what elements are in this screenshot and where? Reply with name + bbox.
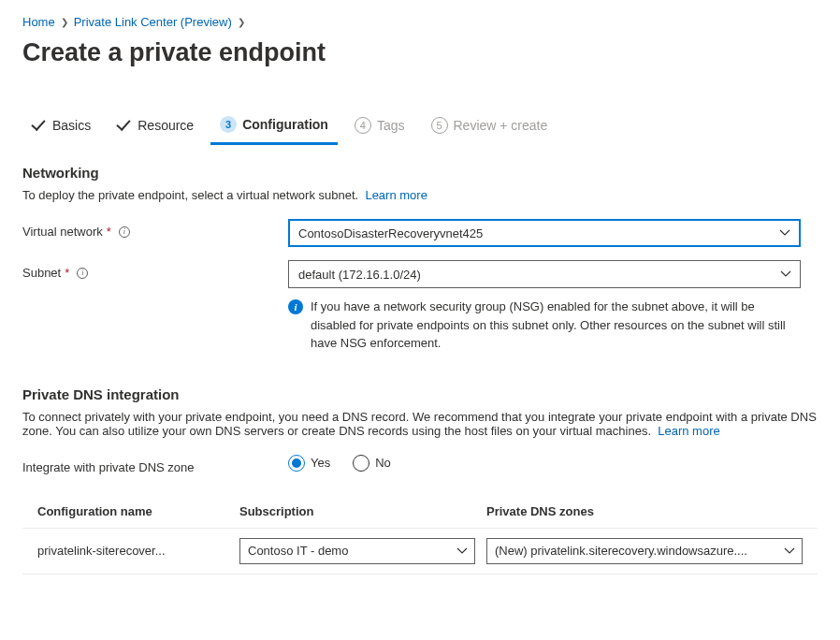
integrate-dns-label: Integrate with private DNS zone	[22, 455, 288, 474]
section-dns-desc: To connect privately with your private e…	[22, 410, 818, 438]
section-networking-desc: To deploy the private endpoint, select a…	[22, 188, 818, 202]
integrate-dns-radio-group: Yes No	[288, 455, 801, 472]
chevron-down-icon	[456, 547, 468, 555]
col-zones: Private DNS zones	[486, 504, 803, 518]
section-dns-title: Private DNS integration	[22, 386, 818, 402]
tab-resource[interactable]: Resource	[108, 110, 203, 142]
learn-more-link[interactable]: Learn more	[658, 424, 719, 438]
col-subscription: Subscription	[239, 504, 475, 518]
chevron-right-icon: ❯	[61, 17, 68, 27]
zone-select[interactable]: (New) privatelink.siterecovery.windowsaz…	[486, 538, 803, 564]
required-marker: *	[65, 266, 69, 280]
step-number: 3	[220, 116, 237, 133]
subnet-select[interactable]: default (172.16.1.0/24)	[288, 260, 801, 288]
nsg-info-message: i If you have a network security group (…	[288, 298, 801, 353]
table-row: privatelink-siterecover... Contoso IT - …	[22, 529, 818, 575]
cell-config-name: privatelink-siterecover...	[37, 544, 228, 558]
learn-more-link[interactable]: Learn more	[365, 188, 427, 202]
vnet-label: Virtual network * i	[22, 219, 288, 239]
tab-label: Configuration	[242, 117, 328, 132]
tab-label: Resource	[138, 118, 194, 133]
tab-configuration[interactable]: 3 Configuration	[210, 109, 338, 145]
chevron-down-icon	[780, 270, 791, 278]
info-icon[interactable]: i	[77, 268, 88, 279]
tabs: Basics Resource 3 Configuration 4 Tags 5…	[22, 109, 818, 144]
subscription-select[interactable]: Contoso IT - demo	[239, 538, 475, 564]
chevron-down-icon	[779, 229, 790, 237]
tab-basics[interactable]: Basics	[22, 110, 100, 142]
step-number: 5	[431, 117, 448, 134]
info-icon: i	[288, 299, 303, 314]
info-icon[interactable]: i	[119, 226, 130, 238]
tab-label: Tags	[377, 118, 405, 133]
tab-tags[interactable]: 4 Tags	[345, 109, 414, 143]
tab-label: Review + create	[454, 118, 548, 133]
required-marker: *	[107, 225, 111, 239]
col-config-name: Configuration name	[37, 504, 228, 518]
section-networking-title: Networking	[22, 165, 818, 181]
tab-label: Basics	[52, 118, 91, 133]
tab-review-create[interactable]: 5 Review + create	[422, 109, 558, 143]
vnet-select[interactable]: ContosoDisasterRecoveryvnet425	[288, 219, 801, 247]
page-title: Create a private endpoint	[22, 38, 818, 67]
breadcrumb-link-center[interactable]: Private Link Center (Preview)	[74, 15, 232, 29]
chevron-right-icon: ❯	[238, 17, 245, 27]
breadcrumb-home[interactable]: Home	[22, 15, 55, 29]
subnet-label: Subnet * i	[22, 260, 288, 280]
breadcrumb: Home ❯ Private Link Center (Preview) ❯	[22, 15, 818, 29]
radio-no[interactable]: No	[353, 455, 391, 472]
step-number: 4	[355, 117, 371, 134]
chevron-down-icon	[784, 547, 795, 555]
dns-zones-table: Configuration name Subscription Private …	[22, 495, 818, 575]
radio-yes[interactable]: Yes	[288, 455, 330, 472]
